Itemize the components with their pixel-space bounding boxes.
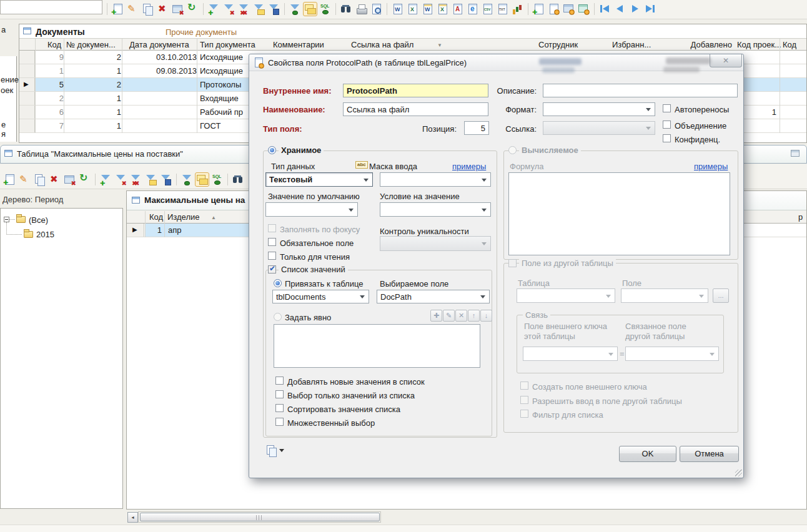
- required-checkbox[interactable]: [268, 238, 276, 246]
- bind-table-radio[interactable]: [274, 279, 282, 287]
- filter-view-icon[interactable]: [289, 2, 302, 16]
- data-type-combo[interactable]: Текстовый: [265, 172, 373, 187]
- unique-combo[interactable]: [380, 236, 491, 251]
- value-list-checkbox[interactable]: [268, 265, 276, 273]
- filter-add-icon[interactable]: [99, 173, 112, 186]
- condition-combo[interactable]: [380, 202, 491, 217]
- nav-last-icon[interactable]: [643, 2, 656, 16]
- column-header-employee[interactable]: Сотрудник: [538, 40, 578, 49]
- find-icon[interactable]: [232, 173, 245, 186]
- refresh-icon[interactable]: [78, 173, 91, 186]
- cancel-button[interactable]: Отмена: [680, 446, 739, 462]
- prices-column-izdelie[interactable]: Изделие: [167, 212, 199, 222]
- merge-checkbox[interactable]: [663, 121, 671, 129]
- delete-record-icon[interactable]: [156, 2, 169, 16]
- copy-record-icon[interactable]: [33, 173, 46, 186]
- column-header-kodproek[interactable]: Код проек...: [737, 40, 781, 49]
- column-header-comments[interactable]: Комментарии: [273, 40, 324, 49]
- edit-record-icon[interactable]: [18, 173, 31, 186]
- sql-view-icon[interactable]: [210, 173, 224, 186]
- export-html-icon[interactable]: [466, 2, 479, 16]
- send-excel-icon[interactable]: [436, 2, 449, 16]
- record-add-icon[interactable]: [532, 2, 545, 16]
- filter-save-icon[interactable]: [267, 2, 280, 16]
- tree-panel[interactable]: [0, 208, 123, 509]
- documents-panel-subtitle[interactable]: Прочие документы: [166, 27, 237, 37]
- filter-add-icon[interactable]: [207, 2, 220, 16]
- column-header-kod2[interactable]: Код: [783, 40, 796, 49]
- add-record-icon[interactable]: [3, 173, 16, 186]
- folders-icon[interactable]: [196, 173, 209, 186]
- sql-view-icon[interactable]: [319, 2, 332, 16]
- readonly-checkbox[interactable]: [268, 252, 276, 260]
- window-restore-icon[interactable]: [791, 150, 800, 157]
- row-selector[interactable]: [19, 119, 35, 132]
- column-header-filelink[interactable]: Ссылка на файл: [351, 40, 413, 49]
- other-table-checkbox[interactable]: [508, 259, 517, 267]
- row-selector[interactable]: [19, 51, 35, 64]
- ok-button[interactable]: OK: [619, 446, 676, 462]
- filter-view-icon[interactable]: [181, 173, 194, 186]
- sort-values-checkbox[interactable]: [275, 404, 284, 412]
- record-props-icon[interactable]: [547, 2, 560, 16]
- add-new-checkbox[interactable]: [275, 377, 284, 385]
- column-header-type[interactable]: Тип документа: [200, 40, 255, 49]
- row-selector[interactable]: [19, 106, 35, 119]
- preview-icon[interactable]: [370, 2, 383, 16]
- filter-save-icon[interactable]: [159, 173, 172, 186]
- mask-combo[interactable]: [380, 172, 491, 187]
- column-header-added[interactable]: Добавлено: [678, 40, 732, 49]
- delete-record-icon[interactable]: [48, 173, 61, 186]
- format-combo[interactable]: [543, 102, 655, 116]
- filter-clear-icon[interactable]: [237, 2, 250, 16]
- table-props-icon[interactable]: [562, 2, 575, 16]
- row-selector[interactable]: [19, 92, 35, 105]
- delete-table-icon[interactable]: [63, 173, 76, 186]
- export-csv-icon[interactable]: [481, 2, 494, 16]
- stored-radio[interactable]: [268, 146, 276, 154]
- resize-grip[interactable]: [735, 470, 742, 476]
- add-record-icon[interactable]: [111, 2, 124, 16]
- filter-delete-icon[interactable]: [114, 173, 127, 186]
- filter-delete-icon[interactable]: [222, 2, 235, 16]
- export-excel-icon[interactable]: [406, 2, 419, 16]
- export-txt-icon[interactable]: [496, 2, 509, 16]
- tree-collapse-icon[interactable]: [4, 217, 9, 222]
- filter-clear-icon[interactable]: [129, 173, 142, 186]
- close-button[interactable]: ✕: [710, 54, 742, 67]
- scroll-left-button[interactable]: ◂: [127, 512, 138, 523]
- tree-node-root[interactable]: (Все): [29, 215, 48, 225]
- chart-icon[interactable]: [511, 2, 524, 16]
- nav-prev-icon[interactable]: [613, 2, 626, 16]
- tree-node-2015[interactable]: 2015: [36, 230, 54, 239]
- nav-first-icon[interactable]: [598, 2, 611, 16]
- row-selector[interactable]: [19, 64, 35, 77]
- export-pdf-icon[interactable]: [451, 2, 464, 16]
- prices-column-kod[interactable]: Код: [146, 212, 163, 222]
- export-word-icon[interactable]: [391, 2, 404, 16]
- select-field-combo[interactable]: DocPath: [377, 290, 490, 303]
- bind-table-combo[interactable]: tblDocuments: [272, 290, 369, 303]
- nav-next-icon[interactable]: [628, 2, 641, 16]
- description-field[interactable]: [543, 84, 738, 97]
- folders-icon[interactable]: [304, 2, 317, 16]
- only-list-checkbox[interactable]: [275, 390, 284, 398]
- mask-examples-link[interactable]: примеры: [452, 162, 486, 171]
- print-icon[interactable]: [355, 2, 368, 16]
- formula-examples-link[interactable]: примеры: [694, 162, 728, 171]
- delete-table-icon[interactable]: [171, 2, 184, 16]
- scrollbar-thumb[interactable]: [140, 513, 380, 521]
- confidential-checkbox[interactable]: [663, 134, 671, 142]
- multi-select-checkbox[interactable]: [275, 418, 284, 426]
- column-header-favorite[interactable]: Избранн...: [612, 40, 651, 49]
- copy-dropdown-icon[interactable]: [279, 449, 284, 452]
- explicit-radio[interactable]: [274, 313, 282, 321]
- find-icon[interactable]: [340, 2, 353, 16]
- default-combo[interactable]: [265, 202, 358, 217]
- send-word-icon[interactable]: [421, 2, 434, 16]
- autowrap-checkbox[interactable]: [663, 104, 671, 112]
- column-header-date[interactable]: Дата документа: [129, 40, 189, 49]
- horizontal-scrollbar[interactable]: [138, 511, 381, 523]
- toolbar-edit-box[interactable]: [0, 0, 102, 14]
- edit-record-icon[interactable]: [126, 2, 139, 16]
